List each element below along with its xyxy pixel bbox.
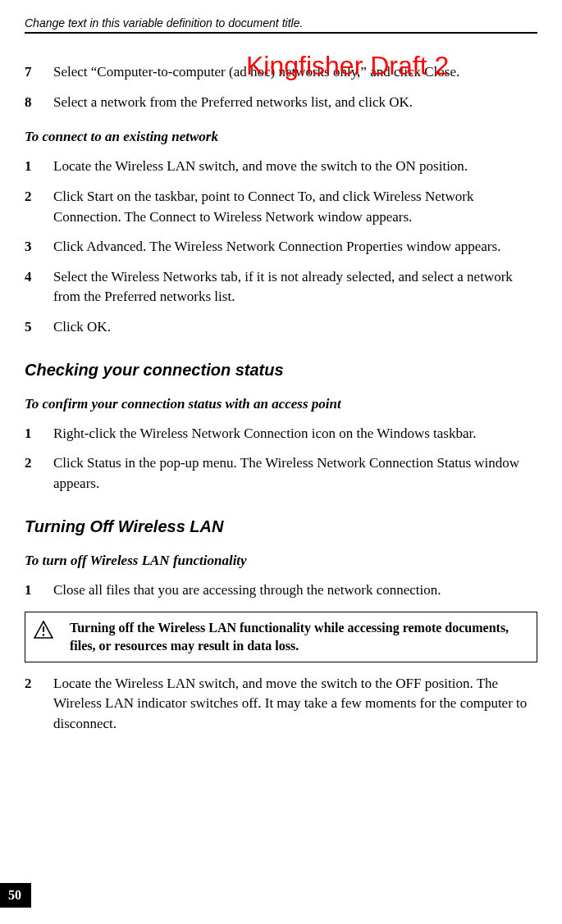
step-item: 3 Click Advanced. The Wireless Network C… [25, 237, 537, 257]
page-number: 50 [0, 883, 31, 908]
step-number: 1 [25, 580, 53, 601]
step-item: 4 Select the Wireless Networks tab, if i… [25, 267, 537, 307]
svg-point-2 [43, 635, 45, 637]
step-number: 7 [25, 62, 53, 83]
step-text: Select a network from the Preferred netw… [53, 93, 537, 113]
step-text: Locate the Wireless LAN switch, and move… [53, 157, 537, 177]
step-number: 1 [25, 424, 53, 444]
step-number: 2 [25, 453, 53, 494]
step-item: 2 Click Status in the pop-up menu. The W… [25, 453, 537, 494]
step-number: 2 [25, 187, 53, 227]
subheading: To turn off Wireless LAN functionality [25, 553, 537, 569]
step-text: Click Start on the taskbar, point to Con… [53, 187, 537, 227]
step-item: 1 Close all files that you are accessing… [25, 580, 537, 601]
step-number: 3 [25, 237, 53, 257]
step-text: Right-click the Wireless Network Connect… [53, 424, 537, 444]
step-number: 8 [25, 93, 53, 113]
step-text: Select “Computer-to-computer (ad hoc) ne… [53, 62, 537, 83]
section-heading: Turning Off Wireless LAN [25, 517, 537, 536]
step-item: 1 Locate the Wireless LAN switch, and mo… [25, 157, 537, 177]
step-text: Close all files that you are accessing t… [53, 580, 537, 601]
step-item: 2 Click Start on the taskbar, point to C… [25, 187, 537, 227]
subheading: To confirm your connection status with a… [25, 396, 537, 412]
step-item: 7 Select “Computer-to-computer (ad hoc) … [25, 62, 537, 83]
step-item: 5 Click OK. [25, 317, 537, 338]
warning-icon [34, 621, 53, 642]
section-heading: Checking your connection status [25, 361, 537, 380]
step-text: Select the Wireless Networks tab, if it … [53, 267, 537, 307]
subheading: To connect to an existing network [25, 129, 537, 145]
step-item: 8 Select a network from the Preferred ne… [25, 93, 537, 113]
step-text: Locate the Wireless LAN switch, and move… [53, 674, 537, 735]
step-text: Click OK. [53, 317, 537, 338]
step-number: 4 [25, 267, 53, 307]
step-number: 5 [25, 317, 53, 338]
warning-text: Turning off the Wireless LAN functionali… [70, 619, 528, 654]
warning-box: Turning off the Wireless LAN functionali… [25, 612, 537, 662]
step-text: Click Advanced. The Wireless Network Con… [53, 237, 537, 257]
step-number: 1 [25, 157, 53, 177]
step-item: 2 Locate the Wireless LAN switch, and mo… [25, 674, 537, 735]
step-item: 1 Right-click the Wireless Network Conne… [25, 424, 537, 444]
step-number: 2 [25, 674, 53, 735]
step-text: Click Status in the pop-up menu. The Wir… [53, 453, 537, 494]
page-header: Change text in this variable definition … [25, 16, 537, 34]
